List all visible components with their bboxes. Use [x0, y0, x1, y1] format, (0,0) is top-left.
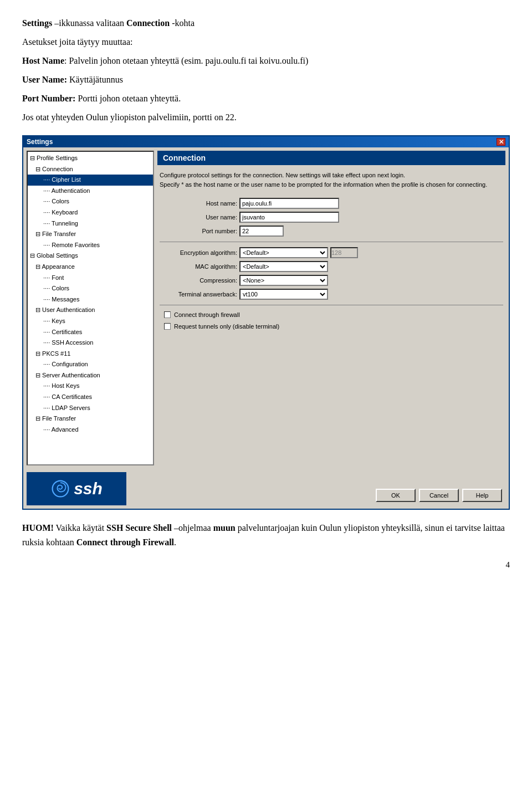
- tree-connection-selected[interactable]: ···· Cipher List: [28, 175, 153, 186]
- tunnels-checkbox[interactable]: [164, 323, 171, 330]
- user-input[interactable]: [239, 212, 339, 223]
- title-bar-text: Settings: [27, 138, 53, 146]
- user-label: User name:: [160, 214, 237, 221]
- tree-filetransfer2[interactable]: ⊟ File Transfer: [28, 413, 153, 424]
- enc-bits-input: [330, 247, 358, 258]
- comp-row: Compression: <None>: [160, 275, 503, 286]
- tree-keyboard[interactable]: ···· Keyboard: [28, 207, 153, 218]
- tree-advanced[interactable]: ···· Advanced: [28, 424, 153, 436]
- term-row: Terminal answerback: vt100: [160, 289, 503, 300]
- firewall-check-row: Connect through firewall: [160, 310, 503, 319]
- tree-appearance[interactable]: ⊟ Appearance: [28, 262, 153, 273]
- enc-select[interactable]: <Default>: [239, 247, 328, 258]
- intro-line6: Jos otat yhteyden Oulun yliopiston palve…: [22, 111, 510, 124]
- tunnels-label: Request tunnels only (disable terminal): [174, 323, 279, 330]
- term-select[interactable]: vt100: [239, 289, 328, 300]
- tree-configuration[interactable]: ···· Configuration: [28, 359, 153, 370]
- mac-row: MAC algorithm: <Default>: [160, 261, 503, 272]
- tree-connection[interactable]: ⊟ Connection: [28, 164, 153, 175]
- divider1: [160, 242, 503, 242]
- comp-label: Compression:: [160, 277, 237, 284]
- title-bar: Settings ✕: [23, 136, 509, 147]
- settings-window: Settings ✕ ⊟ Profile Settings ⊟ Connecti…: [22, 135, 510, 510]
- port-label: Port number:: [160, 228, 237, 234]
- tree-server-auth[interactable]: ⊟ Server Authentication: [28, 370, 153, 381]
- tree-filetransfer1[interactable]: ⊟ File Transfer: [28, 229, 153, 240]
- bottom-bar: ssh OK Cancel Help: [23, 469, 509, 509]
- mac-select[interactable]: <Default>: [239, 261, 328, 272]
- right-panel: Connection Configure protocol settings f…: [157, 151, 505, 465]
- tree-tunneling[interactable]: ···· Tunneling: [28, 218, 153, 229]
- host-row: Host name:: [160, 198, 503, 209]
- page-number: 4: [22, 560, 510, 570]
- window-title: Settings: [27, 138, 53, 146]
- port-row: Port number:: [160, 226, 503, 237]
- form-area: Host name: User name: Port number: Encry…: [157, 194, 505, 334]
- intro-line1: Settings –ikkunassa valitaan Connection …: [22, 17, 510, 30]
- firewall-label: Connect through firewall: [174, 311, 240, 318]
- tree-global-settings[interactable]: ⊟ Global Settings: [28, 250, 153, 262]
- tunnels-check-row: Request tunnels only (disable terminal): [160, 322, 503, 331]
- mac-label: MAC algorithm:: [160, 263, 237, 270]
- tree-panel[interactable]: ⊟ Profile Settings ⊟ Connection ···· Cip…: [27, 151, 154, 465]
- intro-line5: Port Number: Portti johon otetaan yhteyt…: [22, 92, 510, 105]
- close-button[interactable]: ✕: [497, 138, 505, 146]
- port-input[interactable]: [239, 226, 284, 237]
- tree-profile-settings[interactable]: ⊟ Profile Settings: [28, 153, 153, 164]
- host-label: Host name:: [160, 200, 237, 207]
- enc-select-container: <Default>: [239, 247, 358, 258]
- cancel-button[interactable]: Cancel: [419, 489, 459, 502]
- enc-label: Encryption algorithm:: [160, 249, 237, 256]
- tree-colors-conn[interactable]: ···· Colors: [28, 196, 153, 207]
- tree-ssh-accession[interactable]: ···· SSH Accession: [28, 337, 153, 349]
- intro-line3: Host Name: Palvelin johon otetaan yhteyt…: [22, 54, 510, 68]
- intro-line2: Asetukset joita täytyy muuttaa:: [22, 35, 510, 49]
- help-button[interactable]: Help: [462, 489, 502, 502]
- ok-button[interactable]: OK: [376, 489, 416, 502]
- intro-line4: User Name: Käyttäjätunnus: [22, 73, 510, 86]
- tree-messages[interactable]: ···· Messages: [28, 294, 153, 305]
- section-desc1: Configure protocol settings for the conn…: [157, 168, 505, 191]
- term-label: Terminal answerback:: [160, 291, 237, 298]
- tree-ldap[interactable]: ···· LDAP Servers: [28, 403, 153, 414]
- button-area: OK Cancel Help: [126, 472, 505, 505]
- tree-certificates[interactable]: ···· Certificates: [28, 327, 153, 338]
- ssh-logo: ssh: [27, 472, 126, 505]
- ssh-logo-inner: ssh: [50, 479, 103, 499]
- tree-host-keys[interactable]: ···· Host Keys: [28, 381, 153, 392]
- tree-user-authentication[interactable]: ⊟ User Authentication: [28, 305, 153, 316]
- tree-remote-favorites[interactable]: ···· Remote Favorites: [28, 240, 153, 251]
- tree-authentication[interactable]: ···· Authentication: [28, 186, 153, 197]
- tree-ca-certs[interactable]: ···· CA Certificates: [28, 392, 153, 403]
- tree-font[interactable]: ···· Font: [28, 273, 153, 284]
- host-input[interactable]: [239, 198, 339, 209]
- user-row: User name:: [160, 212, 503, 223]
- firewall-checkbox[interactable]: [164, 311, 171, 318]
- ssh-swirl-icon: [50, 479, 70, 499]
- tree-pkcs11[interactable]: ⊟ PKCS #11: [28, 349, 153, 360]
- comp-select[interactable]: <None>: [239, 275, 328, 286]
- post-text: HUOM! Vaikka käytät SSH Secure Shell –oh…: [22, 521, 510, 549]
- tree-colors-global[interactable]: ···· Colors: [28, 283, 153, 294]
- divider2: [160, 305, 503, 305]
- enc-row: Encryption algorithm: <Default>: [160, 247, 503, 258]
- section-title: Connection: [157, 151, 505, 165]
- window-body: ⊟ Profile Settings ⊟ Connection ···· Cip…: [23, 147, 509, 469]
- tree-keys[interactable]: ···· Keys: [28, 316, 153, 327]
